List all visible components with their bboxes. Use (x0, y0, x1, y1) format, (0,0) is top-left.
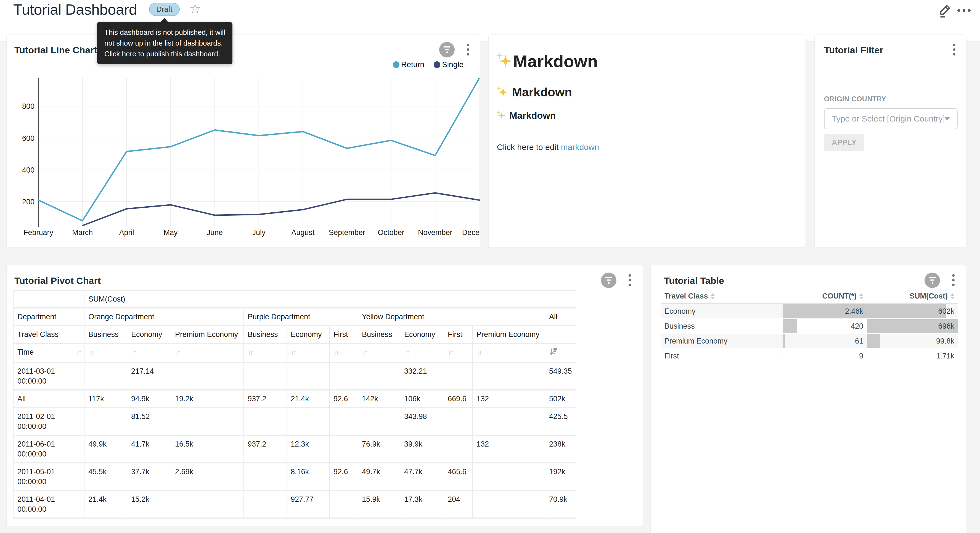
pivot-department-label: Department (14, 308, 84, 326)
sort-icon[interactable]: ↓↑ (476, 348, 481, 356)
sort-icon[interactable]: ↓↑ (362, 348, 366, 356)
sort-icon[interactable]: ↓↑ (175, 348, 180, 356)
pivot-cell: 8.16k (287, 463, 329, 490)
pivot-cell: 937.2 (244, 435, 287, 463)
table-row: First91.71k (660, 348, 958, 364)
pivot-cell: 45.5k (84, 463, 127, 490)
table-card-title: Tutorial Table (664, 275, 724, 286)
legend-item-single[interactable]: Single (434, 60, 463, 69)
pivot-cell: 343.98 (400, 408, 444, 435)
pivot-time-header: Time↓↑ (14, 343, 84, 362)
pivot-cell (473, 490, 545, 518)
pivot-row: All117k94.9k19.2k937.221.4k92.6142k106k6… (14, 390, 576, 408)
column-header-sort[interactable]: COUNT(*) (786, 292, 863, 300)
pivot-cell (444, 362, 473, 390)
pivot-chart-title: Tutorial Pivot Chart (14, 275, 101, 286)
legend-item-return[interactable]: Return (393, 60, 424, 69)
pivot-group-header: Purple Department (244, 308, 358, 326)
pivot-cell: 21.4k (287, 390, 329, 408)
pivot-cell (329, 408, 358, 435)
caret-down-icon (950, 297, 955, 299)
pivot-class-header: Economy (400, 326, 444, 343)
sort-icon[interactable]: ↓↑ (404, 348, 409, 356)
markdown-link[interactable]: markdown (561, 142, 599, 152)
edit-pencil-icon[interactable] (938, 3, 952, 18)
markdown-card: Markdown Markdown Markdown Click here to… (488, 35, 806, 248)
column-header-label: Travel Class (665, 292, 708, 300)
origin-country-select[interactable]: Type or Select [Origin Country] (824, 108, 958, 129)
filter-card-kebab-icon[interactable] (951, 44, 957, 56)
cell-count: 9 (783, 348, 867, 364)
apply-button[interactable]: APPLY (824, 134, 864, 152)
pivot-cell: 106k (400, 390, 444, 408)
column-header-sort[interactable]: SUM(Cost) (871, 292, 955, 300)
filter-card-title: Tutorial Filter (824, 45, 883, 56)
pivot-chart-kebab-icon[interactable] (626, 274, 633, 286)
pivot-class-header: First (444, 326, 473, 343)
draft-badge[interactable]: Draft (149, 3, 180, 16)
pivot-cell (287, 408, 329, 435)
pivot-sort-cell: ↓↑ (84, 343, 127, 362)
markdown-h2: Markdown (497, 85, 797, 99)
pivot-cell: 15.2k (127, 490, 171, 518)
cell-count: 420 (783, 319, 867, 334)
line-chart-kebab-icon[interactable] (465, 44, 471, 56)
pivot-table-wrap: SUM(Cost)DepartmentOrange DepartmentPurp… (13, 290, 576, 519)
line-chart-svg: 200400600800FebruaryMarchAprilMayJuneJul… (6, 69, 480, 247)
sparkles-icon (497, 87, 508, 98)
sort-icon[interactable]: ↓↑ (248, 348, 252, 356)
filter-indicator-icon[interactable] (601, 273, 616, 288)
caret-down-icon (859, 297, 863, 299)
sort-icon[interactable]: ↓↑ (131, 348, 135, 356)
sort-icon[interactable]: ↓↑ (76, 347, 80, 357)
cell-travel-class: Economy (660, 304, 783, 319)
pivot-row-time: 2011-02-01 00:00:00 (14, 408, 84, 435)
pivot-cell: 15.9k (358, 490, 400, 518)
pivot-sort-cell: ↓↑ (400, 343, 444, 362)
chevron-down-icon (944, 117, 950, 120)
pivot-corner-cell (14, 290, 84, 308)
sort-icon[interactable]: ↓↑ (88, 348, 93, 356)
svg-text:March: March (72, 228, 93, 237)
sort-carets-icon (950, 293, 955, 299)
favorite-star-icon[interactable]: ☆ (189, 0, 201, 17)
pivot-table: SUM(Cost)DepartmentOrange DepartmentPurp… (13, 290, 576, 519)
pivot-cell (473, 463, 545, 490)
caret-up-icon (711, 293, 715, 296)
pivot-cell: 937.2 (244, 390, 287, 408)
pivot-cell (444, 408, 473, 435)
pivot-cell: 81.52 (127, 408, 171, 435)
line-chart-card: Tutorial Line Chart ReturnSingle 2004006… (6, 35, 480, 248)
table-card-kebab-icon[interactable] (950, 274, 956, 286)
column-header-sort[interactable]: Travel Class (665, 292, 779, 300)
pivot-cell: 238k (545, 435, 576, 463)
filter-indicator-icon[interactable] (924, 273, 940, 288)
pivot-cell: 49.9k (84, 435, 127, 463)
pivot-class-row: Travel ClassBusinessEconomyPremium Econo… (14, 326, 576, 343)
pivot-class-header: First (329, 326, 358, 343)
tooltip-line: not show up in the list of dashboards. (104, 38, 225, 49)
pivot-travel-class-label: Travel Class (14, 326, 84, 343)
pivot-cell (329, 435, 358, 463)
pivot-cell (244, 362, 287, 390)
markdown-h1: Markdown (497, 51, 797, 71)
pivot-class-header: Economy (127, 326, 171, 343)
sort-icon[interactable]: ↓↑ (448, 348, 452, 356)
sort-icon[interactable]: ↓↑ (291, 348, 295, 356)
sort-descending-icon[interactable] (549, 347, 557, 356)
tooltip-arrow (160, 18, 169, 22)
markdown-paragraph: Click here to edit markdown (497, 142, 797, 152)
column-header-1: COUNT(*) (783, 289, 867, 304)
filter-card: Tutorial Filter ORIGIN COUNTRY Type or S… (815, 35, 966, 248)
filter-indicator-icon[interactable] (439, 42, 455, 57)
pivot-row-time: All (14, 390, 84, 408)
pivot-row-time: 2011-03-01 00:00:00 (14, 362, 84, 390)
sparkles-icon (497, 111, 506, 120)
header-more-menu-icon[interactable] (957, 6, 970, 14)
pivot-measure-label: SUM(Cost) (84, 290, 576, 308)
svg-text:July: July (252, 228, 266, 237)
sort-icon[interactable]: ↓↑ (334, 348, 338, 356)
cell-count: 61 (783, 334, 867, 348)
pivot-cell: 192k (545, 463, 576, 490)
pivot-time-label: Time (18, 347, 34, 357)
